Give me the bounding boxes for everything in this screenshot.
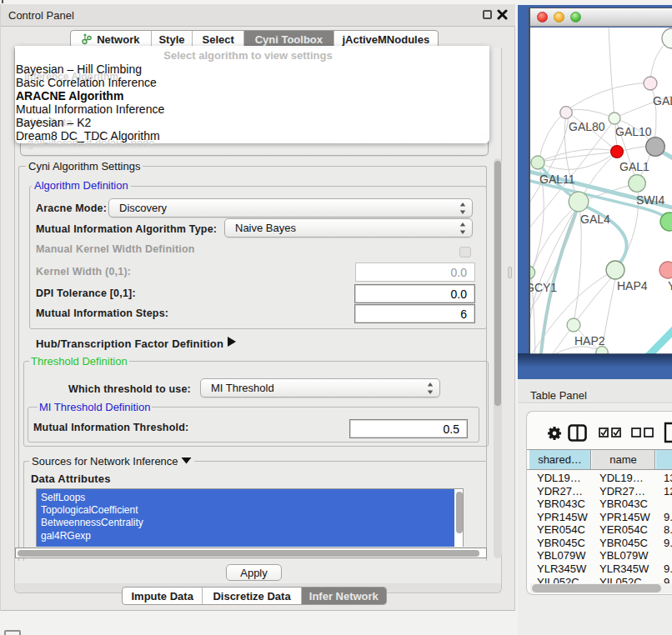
svg-text:GAL1: GAL1 [619, 160, 649, 173]
svg-text:Y: Y [668, 279, 672, 292]
svg-text:GAL: GAL [653, 94, 672, 108]
svg-text:HAP4: HAP4 [617, 279, 648, 292]
svg-text:HAP2: HAP2 [574, 334, 605, 348]
svg-text:GAL80: GAL80 [569, 120, 605, 133]
svg-text:GAL11: GAL11 [539, 172, 575, 186]
svg-text:GAL10: GAL10 [615, 125, 652, 138]
svg-text:GAL4: GAL4 [580, 212, 610, 226]
svg-text:SWI4: SWI4 [636, 193, 664, 207]
svg-text:GCY1: GCY1 [530, 281, 557, 294]
